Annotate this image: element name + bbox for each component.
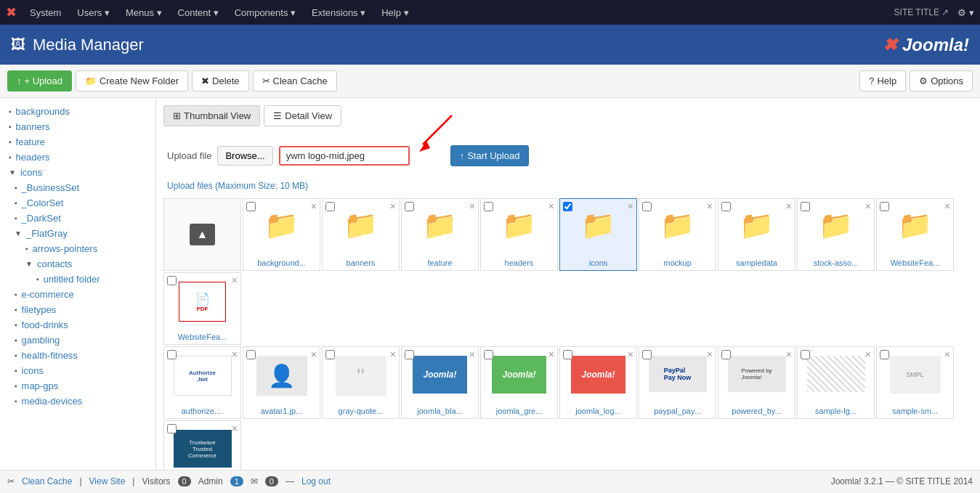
detail-view-button[interactable]: ☰ Detail View xyxy=(264,105,341,126)
nav-system[interactable]: System xyxy=(23,3,68,23)
close-icon[interactable]: × xyxy=(469,349,475,360)
close-icon[interactable]: × xyxy=(469,200,475,212)
nav-help[interactable]: Help ▾ xyxy=(374,3,416,23)
close-icon[interactable]: × xyxy=(390,200,396,212)
sidebar-item-feature[interactable]: ▪ feature xyxy=(0,134,155,150)
close-icon[interactable]: × xyxy=(232,423,238,434)
file-item[interactable]: × Authorize.Net authorize.... xyxy=(163,346,241,419)
close-icon[interactable]: × xyxy=(707,349,713,360)
sidebar-item-mapgps[interactable]: ▪ map-gps xyxy=(0,378,155,394)
help-button[interactable]: ? Help xyxy=(859,70,906,91)
close-icon[interactable]: × xyxy=(944,200,950,212)
file-checkbox[interactable] xyxy=(405,202,414,211)
sidebar-item-banners[interactable]: ▪ banners xyxy=(0,119,155,134)
file-checkbox[interactable] xyxy=(642,202,652,211)
file-checkbox[interactable] xyxy=(721,350,731,359)
file-item[interactable]: × 📄 PDF WebsiteFea... xyxy=(163,272,241,345)
sidebar-item-contacts[interactable]: ▼ contacts xyxy=(0,256,155,272)
file-checkbox[interactable] xyxy=(801,202,810,211)
close-icon[interactable]: × xyxy=(786,200,792,212)
nav-extensions[interactable]: Extensions ▾ xyxy=(304,3,373,23)
file-checkbox[interactable] xyxy=(167,276,177,285)
file-item[interactable]: × Joomla! joomla_gre... xyxy=(480,346,558,419)
close-icon[interactable]: × xyxy=(548,200,554,212)
sidebar-item-darkset[interactable]: ▪ _DarkSet xyxy=(0,211,155,226)
file-checkbox[interactable] xyxy=(484,202,493,211)
sidebar-item-ecommerce[interactable]: ▪ e-commerce xyxy=(0,287,155,302)
browse-button[interactable]: Browse... xyxy=(217,146,272,166)
create-folder-button[interactable]: 📁 Create New Folder xyxy=(76,70,188,91)
file-checkbox[interactable] xyxy=(484,350,493,359)
sidebar-item-arrows[interactable]: ▪ arrows-pointers xyxy=(0,241,155,256)
file-item[interactable]: × 📁 stock-asso... xyxy=(797,198,875,271)
nav-components[interactable]: Components ▾ xyxy=(227,3,303,23)
file-item[interactable]: × 📁 WebsiteFea... xyxy=(876,198,954,271)
file-item[interactable]: × 📁 headers xyxy=(480,198,558,271)
sidebar-item-businessset[interactable]: ▪ _BusinessSet xyxy=(0,180,155,195)
close-icon[interactable]: × xyxy=(548,349,554,360)
close-icon[interactable]: × xyxy=(628,349,633,360)
file-item[interactable]: × 👤 avatar1.jp... xyxy=(243,346,320,419)
logout-link[interactable]: Log out xyxy=(301,476,331,486)
nav-menus[interactable]: Menus ▾ xyxy=(118,3,169,23)
close-icon[interactable]: × xyxy=(311,349,317,360)
options-button[interactable]: ⚙ Options xyxy=(910,70,973,91)
upload-button[interactable]: ↑ + Upload xyxy=(7,70,72,91)
close-icon[interactable]: × xyxy=(944,349,950,360)
file-checkbox[interactable] xyxy=(246,202,256,211)
sidebar-item-icons[interactable]: ▼ icons xyxy=(0,165,155,180)
close-icon[interactable]: × xyxy=(232,349,238,360)
file-item[interactable]: × Joomla! joomla_log... xyxy=(559,346,637,419)
file-checkbox[interactable] xyxy=(405,350,414,359)
file-item[interactable]: × 📁 mockup xyxy=(639,198,716,271)
sidebar-item-headers[interactable]: ▪ headers xyxy=(0,150,155,165)
file-item[interactable]: × Powered byJoomla! powered_by... xyxy=(718,346,795,419)
close-icon[interactable]: × xyxy=(390,349,396,360)
close-icon[interactable]: × xyxy=(865,349,871,360)
delete-button[interactable]: ✖ Delete xyxy=(192,70,249,91)
sidebar-item-flatgray[interactable]: ▼ _FlatGray xyxy=(0,226,155,241)
file-checkbox[interactable] xyxy=(167,424,177,433)
file-checkbox[interactable] xyxy=(325,202,335,211)
file-checkbox[interactable] xyxy=(880,350,889,359)
file-checkbox[interactable] xyxy=(721,202,731,211)
site-title[interactable]: SITE TITLE ↗ xyxy=(894,7,949,17)
file-checkbox[interactable] xyxy=(642,350,652,359)
navigate-up-button[interactable]: ▲ xyxy=(190,224,216,245)
sidebar-item-backgrounds[interactable]: ▪ backgrounds xyxy=(0,104,155,119)
status-clean-cache[interactable]: Clean Cache xyxy=(22,476,72,486)
close-icon[interactable]: × xyxy=(786,349,792,360)
file-checkbox[interactable] xyxy=(167,350,177,359)
sidebar-item-gambling[interactable]: ▪ gambling xyxy=(0,333,155,348)
sidebar-item-colorset[interactable]: ▪ _ColorSet xyxy=(0,195,155,211)
file-item[interactable]: × SMPL sample-sm... xyxy=(876,346,954,419)
clean-cache-button[interactable]: ✂ Clean Cache xyxy=(253,70,337,91)
sidebar-item-icons-sub[interactable]: ▪ icons xyxy=(0,363,155,378)
nav-users[interactable]: Users ▾ xyxy=(70,3,117,23)
thumbnail-view-button[interactable]: ⊞ Thumbnail View xyxy=(163,105,260,126)
file-checkbox[interactable] xyxy=(801,350,810,359)
sidebar-item-mediadevices[interactable]: ▪ media-devices xyxy=(0,394,155,409)
close-icon[interactable]: × xyxy=(232,274,238,286)
navigate-up-item[interactable]: ▲ xyxy=(163,198,241,271)
file-item[interactable]: × 📁 icons xyxy=(559,198,637,271)
file-item[interactable]: × Joomla! joomla_bla... xyxy=(401,346,479,419)
file-checkbox[interactable] xyxy=(563,202,572,211)
sidebar-item-health[interactable]: ▪ health-fitness xyxy=(0,348,155,363)
file-checkbox[interactable] xyxy=(246,350,256,359)
close-icon[interactable]: × xyxy=(707,200,713,212)
file-item[interactable]: × PayPalPay Now paypal_pay... xyxy=(639,346,716,419)
file-item[interactable]: × 📁 background... xyxy=(243,198,320,271)
sidebar-item-filetypes[interactable]: ▪ filetypes xyxy=(0,302,155,317)
file-item[interactable]: × sample-lg... xyxy=(797,346,875,419)
file-item[interactable]: × 📁 banners xyxy=(322,198,400,271)
view-site-link[interactable]: View Site xyxy=(89,476,126,486)
close-icon[interactable]: × xyxy=(311,200,317,212)
close-icon[interactable]: × xyxy=(628,200,633,212)
file-checkbox[interactable] xyxy=(880,202,889,211)
sidebar-item-untitled[interactable]: ▪ untitled folder xyxy=(0,272,155,287)
file-item[interactable]: × 📁 feature xyxy=(401,198,479,271)
sidebar-item-food[interactable]: ▪ food-drinks xyxy=(0,317,155,333)
nav-content[interactable]: Content ▾ xyxy=(171,3,226,23)
file-checkbox[interactable] xyxy=(325,350,335,359)
